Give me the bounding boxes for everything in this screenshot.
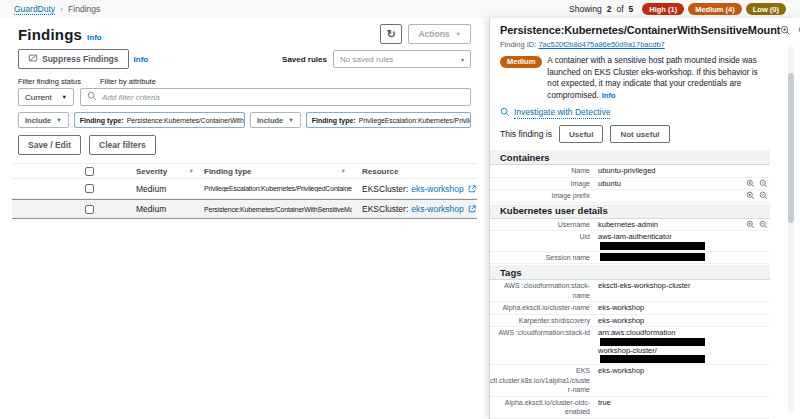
page-title: Findings <box>18 26 82 43</box>
breadcrumb-separator-icon: › <box>60 4 63 14</box>
severity-column-header: Severity <box>136 167 167 176</box>
severity-badge[interactable]: Low (0) <box>746 3 786 15</box>
severity-badge[interactable]: High (1) <box>642 3 684 15</box>
include-dropdown[interactable]: Include▼ <box>250 112 301 128</box>
chip-prefix: Finding type: <box>312 117 356 124</box>
findings-table: Severity▼ Finding type▼ Resource MediumP… <box>12 163 477 219</box>
row-checkbox[interactable] <box>85 205 94 214</box>
severity-badge[interactable]: Medium (4) <box>688 3 742 15</box>
resource-prefix: EKSCluster: <box>362 204 408 214</box>
filter-attribute-label: Filter by attribute <box>100 77 156 86</box>
detail-row-value: true <box>598 398 611 408</box>
external-link-icon <box>468 185 476 193</box>
detail-row-value: eks-workshop <box>598 366 644 376</box>
resource-column-header: Resource <box>362 167 398 176</box>
detail-row-label: Username <box>490 220 598 230</box>
detail-row: AWS :cloudformation:stack-nameeksctl-eks… <box>490 280 770 302</box>
zoom-in-icon[interactable] <box>746 179 755 188</box>
detail-row: EKS ctl.cluster.k8s.io/v1alpha1/cluster-… <box>490 365 770 397</box>
redacted-value <box>600 338 705 346</box>
status-value: Current <box>25 93 52 102</box>
detail-row-value: eks-workshop <box>598 303 644 313</box>
suppress-findings-button[interactable]: Suppress Findings <box>18 49 129 69</box>
detail-row: Imageubuntu <box>490 178 770 191</box>
sort-icon[interactable]: ▼ <box>189 168 194 174</box>
chip-value: Persistence:Kubernetes/ContainerWithSens… <box>127 117 245 124</box>
title-info-link[interactable]: Info <box>87 33 102 42</box>
detail-row-label: AWS :cloudformation:stack-name <box>490 281 598 300</box>
include-label: Include <box>25 116 51 125</box>
investigate-with-detective-link[interactable]: Investigate with Detective <box>514 107 610 119</box>
useful-button[interactable]: Useful <box>559 125 603 143</box>
detail-row-value: arn:aws:cloudformation <box>598 328 676 338</box>
scrollbar-thumb[interactable] <box>788 73 794 223</box>
detail-row-label: Uid <box>490 232 598 242</box>
finding-id-link[interactable]: 7ac520f2b8d475a86e50d9a17bacdb7 <box>538 40 664 49</box>
detail-row-value: eksctl-eks-workshop-cluster <box>598 281 691 291</box>
zoom-out-icon[interactable] <box>759 191 768 200</box>
findings-summary: Showing2of5 High (1)Medium (4)Low (0) <box>569 3 786 15</box>
breadcrumb-guardduty-link[interactable]: GuardDuty <box>14 4 55 15</box>
filter-chip[interactable]: Finding type: Persistence:Kubernetes/Con… <box>74 112 245 128</box>
refresh-icon: ↻ <box>387 28 396 41</box>
finding-detail-panel: Persistence:Kubernetes/ContainerWithSens… <box>489 18 800 419</box>
finding-status-select[interactable]: Current ▼ <box>18 88 74 106</box>
resource-link[interactable]: eks-workshop <box>411 184 463 194</box>
chevron-down-icon: ▼ <box>62 94 67 100</box>
detective-icon <box>500 107 510 119</box>
suppress-info-link[interactable]: Info <box>134 55 149 64</box>
include-dropdown[interactable]: Include▼ <box>18 112 69 128</box>
save-edit-button[interactable]: Save / Edit <box>18 135 81 155</box>
detail-row: Alpha.eksctl.io/cluster-oidc-enabledtrue <box>490 397 770 419</box>
redacted-value <box>600 253 705 261</box>
description-info-link[interactable]: Info <box>602 91 616 100</box>
detail-row: Image prefix <box>490 190 770 203</box>
resource-link[interactable]: eks-workshop <box>411 204 463 214</box>
sort-icon[interactable]: ▼ <box>341 168 346 174</box>
include-label: Include <box>257 116 283 125</box>
actions-label: Actions <box>418 29 449 39</box>
detail-row: Usernamekubernetes-admin <box>490 219 770 232</box>
detail-row-value: ubuntu-privileged <box>598 166 656 176</box>
not-useful-button[interactable]: Not useful <box>610 125 669 143</box>
zoom-in-icon[interactable] <box>746 220 755 229</box>
filter-search-box <box>80 88 471 106</box>
table-row[interactable]: MediumPersistence:Kubernetes/ContainerWi… <box>12 199 477 219</box>
findings-list-panel: FindingsInfo ↻ Actions▼ Suppress Finding… <box>0 18 489 419</box>
severity-cell: Medium <box>136 204 166 214</box>
showing-of: of <box>616 4 623 14</box>
actions-dropdown-button[interactable]: Actions▼ <box>408 24 471 44</box>
zoom-in-icon[interactable] <box>746 191 755 200</box>
detail-row-label: Image <box>490 179 598 189</box>
detail-row-value: workshop-cluster/ <box>598 346 657 356</box>
finding-detail-title: Persistence:Kubernetes/ContainerWithSens… <box>500 24 780 36</box>
resource-prefix: EKSCluster: <box>362 184 408 194</box>
external-link-icon <box>468 205 476 213</box>
zoom-out-icon[interactable] <box>759 179 768 188</box>
table-row[interactable]: MediumPrivilegeEscalation:Kubernetes/Pri… <box>12 179 477 199</box>
filter-search-input[interactable] <box>102 93 464 102</box>
search-icon <box>87 91 97 103</box>
detail-row-label: Karpenter.sh/discovery <box>490 316 598 326</box>
showing-total: 5 <box>629 4 634 14</box>
row-checkbox[interactable] <box>85 184 94 193</box>
chevron-down-icon: ▼ <box>456 31 461 37</box>
detail-row-label: Image prefix <box>490 191 598 201</box>
detail-row-value: eks-workshop <box>598 316 644 326</box>
detail-row: Karpenter.sh/discoveryeks-workshop <box>490 315 770 328</box>
section-header: Tags <box>490 265 770 280</box>
chip-value: PrivilegeEscalation:Kubernetes/Privilege… <box>359 117 471 124</box>
chevron-down-icon: ▼ <box>56 117 61 123</box>
filter-chip[interactable]: Finding type: PrivilegeEscalation:Kubern… <box>306 112 471 128</box>
select-all-checkbox[interactable] <box>85 167 94 176</box>
redacted-value <box>600 242 705 250</box>
saved-rules-select[interactable]: No saved rules ▾ <box>333 50 471 68</box>
suppress-label: Suppress Findings <box>42 54 119 64</box>
feedback-label: This finding is <box>500 129 552 139</box>
zoom-out-icon[interactable] <box>759 220 768 229</box>
clear-filters-button[interactable]: Clear filters <box>89 135 156 155</box>
refresh-button[interactable]: ↻ <box>380 24 402 44</box>
finding-type-column-header: Finding type <box>204 167 252 176</box>
detail-row-label: Alpha.eksctl.io/cluster-oidc-enabled <box>490 398 598 417</box>
zoom-in-icon[interactable] <box>780 25 791 36</box>
